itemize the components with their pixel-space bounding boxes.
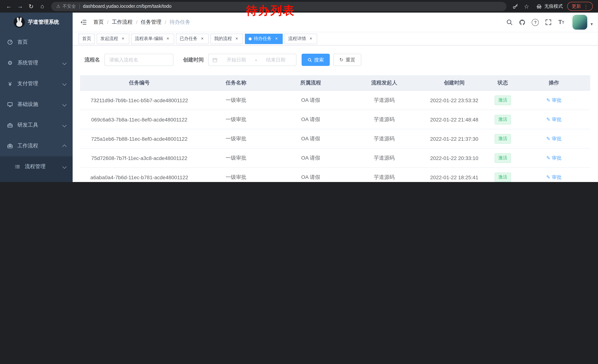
search-button[interactable]: 搜索 — [302, 54, 330, 66]
chevron-down-icon — [62, 82, 67, 86]
status-badge: 激活 — [495, 134, 511, 144]
refresh-icon: ↻ — [339, 57, 343, 63]
forward-button[interactable]: → — [15, 1, 25, 11]
col-created: 创建时间 — [421, 75, 488, 90]
help-icon[interactable]: ? — [531, 17, 540, 27]
hamburger-icon[interactable] — [78, 19, 89, 25]
close-icon[interactable]: × — [308, 36, 314, 41]
approve-link[interactable]: ✎审批 — [546, 155, 562, 161]
tab-my-process[interactable]: 我的流程× — [210, 33, 243, 44]
status-badge: 激活 — [495, 172, 511, 182]
edit-icon: ✎ — [546, 136, 550, 141]
filter-bar: 流程名 创建时间 开始日期 - 结束日期 — [84, 54, 590, 66]
breadcrumb-current: 待办任务 — [169, 19, 190, 25]
status-badge: 激活 — [495, 95, 511, 105]
breadcrumb-task-mgmt[interactable]: 任务管理 — [141, 19, 162, 25]
github-icon[interactable] — [518, 17, 527, 27]
back-button[interactable]: ← — [4, 1, 14, 11]
close-icon[interactable]: × — [165, 36, 170, 41]
process-name-input[interactable] — [105, 54, 173, 66]
dashboard-icon — [7, 39, 13, 45]
date-range-picker[interactable]: 开始日期 - 结束日期 — [208, 54, 296, 66]
caret-down-icon[interactable]: ▾ — [590, 22, 593, 27]
close-icon[interactable]: × — [200, 36, 205, 41]
avatar[interactable] — [573, 15, 587, 30]
col-task-id: 任务编号 — [80, 75, 199, 90]
end-date-input[interactable]: 结束日期 — [259, 57, 292, 63]
reset-button[interactable]: ↻ 重置 — [333, 54, 361, 66]
approve-link[interactable]: ✎审批 — [546, 135, 562, 142]
tab-form-edit[interactable]: 流程表单-编辑× — [131, 33, 174, 44]
table-row: 73211d9d-7b9b-11ec-b5b7-acde48001122 一级审… — [80, 90, 590, 110]
col-initiator: 流程发起人 — [348, 75, 421, 90]
sidebar: 芋道管理系统 首页 ⚙ 系统管理 ¥ 支付管理 — [0, 13, 73, 182]
edit-icon: ✎ — [546, 155, 550, 161]
close-icon[interactable]: × — [120, 36, 126, 41]
incognito-badge: 无痕模式 — [536, 3, 563, 9]
home-button[interactable]: ⌂ — [37, 1, 47, 11]
sidebar-item-devtools[interactable]: 研发工具 — [0, 115, 73, 136]
chevron-down-icon — [62, 165, 67, 169]
monitor-icon — [7, 101, 13, 107]
tab-home[interactable]: 首页 — [79, 33, 95, 44]
key-icon[interactable] — [510, 1, 521, 11]
update-button[interactable]: 更新 ⋮ — [567, 2, 593, 11]
sidebar-item-task-mgmt[interactable]: 任务管理 — [0, 177, 73, 182]
process-name-label: 流程名 — [84, 57, 100, 63]
search-icon[interactable] — [505, 17, 514, 27]
table-row: 069c6a63-7b8a-11ec-8ef0-acde48001122 一级审… — [80, 110, 590, 129]
incognito-icon — [536, 3, 542, 9]
breadcrumb-home[interactable]: 首页 — [93, 19, 104, 25]
tab-todo-tasks[interactable]: 待办任务× — [245, 33, 283, 44]
sidebar-item-home[interactable]: 首页 — [0, 32, 73, 53]
warning-icon: ⚠ — [56, 4, 60, 9]
sidebar-item-payment[interactable]: ¥ 支付管理 — [0, 73, 73, 94]
active-dot — [249, 37, 252, 40]
table-row: a6aba0a4-7b6d-11ec-b781-acde48001122 一级审… — [80, 168, 590, 182]
table-row: 75d72608-7b7f-11ec-a3c8-acde48001122 一级审… — [80, 148, 590, 168]
table-row: 725a1eb6-7b88-11ec-8ef0-acde48001122 一级审… — [80, 129, 590, 148]
close-icon[interactable]: × — [234, 36, 239, 41]
url-text: dashboard.yudao.iocoder.cn/bpm/task/todo — [83, 4, 172, 9]
approve-link[interactable]: ✎审批 — [546, 97, 562, 104]
calendar-icon — [212, 57, 217, 62]
app-title: 芋道管理系统 — [28, 19, 59, 25]
fullscreen-icon[interactable] — [544, 17, 553, 27]
chevron-down-icon — [62, 61, 67, 65]
security-label[interactable]: 不安全 — [63, 3, 76, 9]
reload-button[interactable]: ↻ — [26, 1, 36, 11]
close-icon[interactable]: × — [274, 36, 279, 41]
tab-start-process[interactable]: 发起流程× — [97, 33, 129, 44]
tab-done-tasks[interactable]: 已办任务× — [176, 33, 208, 44]
chevron-up-icon — [62, 145, 67, 149]
start-date-input[interactable]: 开始日期 — [220, 57, 253, 63]
sidebar-item-workflow[interactable]: 工作流程 — [0, 136, 73, 156]
screen: ← → ↻ ⌂ ⚠ 不安全 dashboard.yudao.iocoder.cn… — [0, 0, 598, 182]
tab-process-detail[interactable]: 流程详情× — [284, 33, 317, 44]
browser-menu-icon[interactable]: ⋮ — [583, 4, 588, 9]
status-badge: 激活 — [495, 153, 511, 163]
todo-task-table: 任务编号 任务名称 所属流程 流程发起人 创建时间 状态 操作 73211d9d… — [80, 75, 590, 182]
col-status: 状态 — [488, 75, 518, 90]
sidebar-item-process-mgmt[interactable]: 流程管理 — [0, 156, 73, 177]
page-content: 流程名 创建时间 开始日期 - 结束日期 — [73, 46, 598, 182]
bookmark-star-icon[interactable]: ☆ — [521, 1, 532, 11]
annotation-overlay: 待办列表 — [246, 3, 295, 18]
approve-link[interactable]: ✎审批 — [546, 174, 562, 180]
tags-view: 首页 发起流程× 流程表单-编辑× 已办任务× 我的流程× 待办任务× 流程详情… — [73, 32, 598, 46]
breadcrumb-workflow[interactable]: 工作流程 — [112, 19, 133, 25]
briefcase-icon — [7, 143, 13, 149]
divider — [79, 4, 80, 9]
approve-link[interactable]: ✎审批 — [546, 116, 562, 123]
logo-bunny-icon — [14, 17, 25, 28]
breadcrumb: 首页 / 工作流程 / 任务管理 / 待办任务 — [93, 19, 190, 25]
edit-icon: ✎ — [546, 117, 550, 122]
create-time-label: 创建时间 — [183, 57, 204, 63]
table-header-row: 任务编号 任务名称 所属流程 流程发起人 创建时间 状态 操作 — [80, 75, 590, 90]
sidebar-item-infra[interactable]: 基础设施 — [0, 94, 73, 115]
font-size-icon[interactable]: TT — [556, 17, 566, 27]
toolbox-icon — [7, 122, 13, 128]
incognito-label: 无痕模式 — [544, 3, 563, 9]
sidebar-item-system[interactable]: ⚙ 系统管理 — [0, 53, 73, 73]
col-process: 所属流程 — [274, 75, 348, 90]
